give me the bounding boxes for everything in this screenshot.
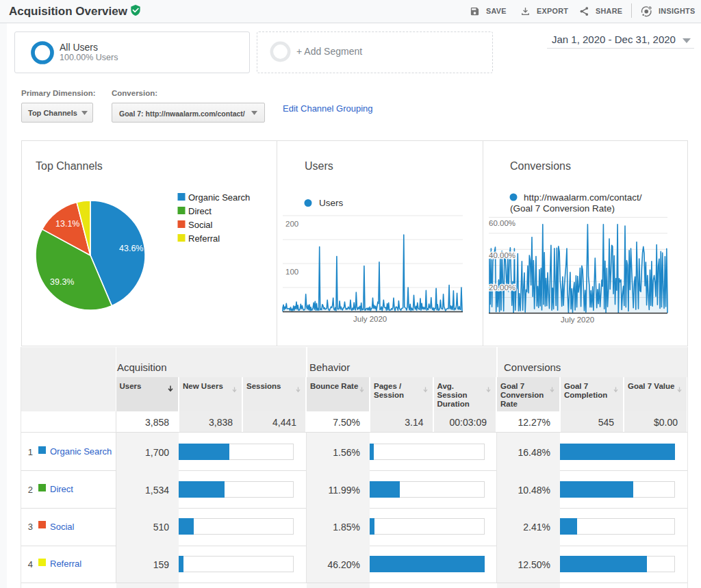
svg-text:http://nwaalarm.com/contact/: http://nwaalarm.com/contact/ xyxy=(524,192,642,203)
svg-text:43.6%: 43.6% xyxy=(119,244,143,253)
svg-text:Direct: Direct xyxy=(188,206,212,216)
svg-text:Referral: Referral xyxy=(188,233,220,244)
svg-text:July 2020: July 2020 xyxy=(561,316,594,324)
svg-text:13.1%: 13.1% xyxy=(55,219,79,229)
svg-text:Social: Social xyxy=(188,220,213,230)
svg-text:Organic Search: Organic Search xyxy=(188,192,250,203)
svg-text:(Goal 7 Conversion Rate): (Goal 7 Conversion Rate) xyxy=(510,203,615,214)
svg-text:40.00%: 40.00% xyxy=(489,251,515,259)
svg-text:200: 200 xyxy=(285,220,298,228)
svg-text:60.00%: 60.00% xyxy=(489,219,515,227)
svg-text:20.00%: 20.00% xyxy=(489,283,515,292)
svg-text:Users: Users xyxy=(319,198,344,208)
svg-text:39.3%: 39.3% xyxy=(50,277,74,287)
svg-text:July 2020: July 2020 xyxy=(353,315,387,323)
svg-text:100: 100 xyxy=(285,268,298,276)
